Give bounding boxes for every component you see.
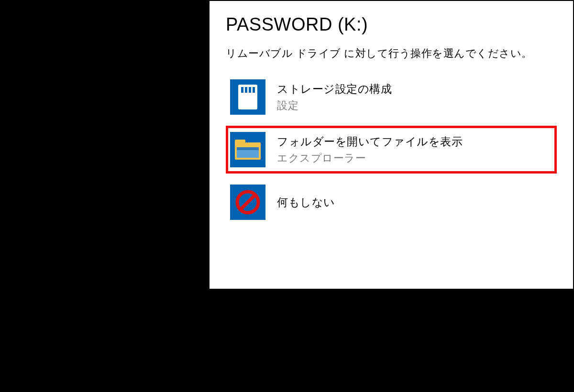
sd-card-icon <box>230 79 265 115</box>
folder-explorer-icon <box>230 132 265 167</box>
option-label: ストレージ設定の構成 <box>277 82 392 97</box>
svg-rect-3 <box>249 87 251 93</box>
svg-rect-1 <box>241 87 243 93</box>
option-text-block: フォルダーを開いてファイルを表示 エクスプローラー <box>277 134 463 165</box>
svg-rect-8 <box>237 147 259 150</box>
option-sublabel: エクスプローラー <box>277 151 463 165</box>
svg-line-10 <box>241 195 255 209</box>
svg-rect-4 <box>253 87 255 93</box>
option-sublabel: 設定 <box>277 98 392 113</box>
option-text-block: ストレージ設定の構成 設定 <box>277 82 392 113</box>
autoplay-dialog: PASSWORD (K:) リムーバブル ドライブ に対して行う操作を選んでくだ… <box>210 1 573 289</box>
autoplay-option-list: ストレージ設定の構成 設定 フォルダーを開いてファイルを表示 エクスプローラー <box>226 73 557 226</box>
option-text-block: 何もしない <box>277 195 335 210</box>
option-label: 何もしない <box>277 195 335 210</box>
option-storage-settings[interactable]: ストレージ設定の構成 設定 <box>226 73 557 121</box>
option-open-folder[interactable]: フォルダーを開いてファイルを表示 エクスプローラー <box>226 126 557 174</box>
option-no-action[interactable]: 何もしない <box>226 178 557 226</box>
dialog-subtitle: リムーバブル ドライブ に対して行う操作を選んでください。 <box>226 46 557 61</box>
drive-title: PASSWORD (K:) <box>226 14 557 35</box>
svg-rect-2 <box>245 87 247 93</box>
no-action-icon <box>230 185 265 220</box>
option-label: フォルダーを開いてファイルを表示 <box>277 134 463 149</box>
